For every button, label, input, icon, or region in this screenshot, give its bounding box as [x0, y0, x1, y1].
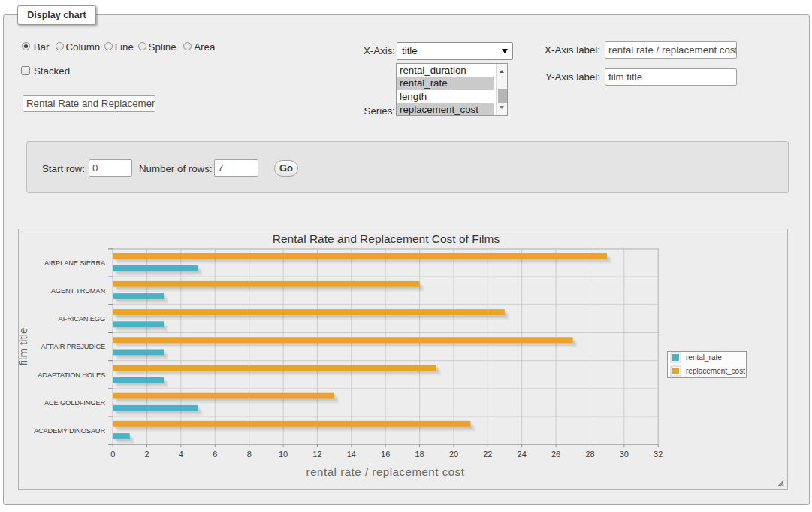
svg-text:0: 0 — [110, 450, 115, 459]
svg-text:22: 22 — [483, 450, 492, 459]
svg-text:30: 30 — [620, 450, 629, 459]
svg-text:28: 28 — [585, 450, 594, 459]
svg-text:26: 26 — [551, 450, 560, 459]
svg-text:rental rate / replacement cost: rental rate / replacement cost — [306, 465, 465, 478]
svg-text:16: 16 — [381, 450, 390, 459]
svg-text:12: 12 — [312, 450, 321, 459]
svg-text:14: 14 — [347, 450, 356, 459]
svg-text:ADAPTATION HOLES: ADAPTATION HOLES — [38, 371, 105, 379]
svg-text:AGENT TRUMAN: AGENT TRUMAN — [51, 287, 105, 295]
svg-text:ACADEMY DINOSAUR: ACADEMY DINOSAUR — [34, 427, 105, 435]
svg-text:Rental Rate and Replacement Co: Rental Rate and Replacement Cost of Film… — [273, 232, 500, 245]
svg-text:2: 2 — [145, 450, 149, 459]
svg-text:24: 24 — [518, 450, 527, 459]
svg-text:32: 32 — [654, 450, 663, 459]
svg-text:AFFAIR PREJUDICE: AFFAIR PREJUDICE — [41, 343, 105, 350]
svg-text:AFRICAN EGG: AFRICAN EGG — [59, 315, 105, 323]
svg-text:10: 10 — [279, 450, 288, 459]
svg-text:8: 8 — [247, 450, 252, 459]
svg-text:AIRPLANE SIERRA: AIRPLANE SIERRA — [44, 259, 106, 267]
svg-text:4: 4 — [179, 450, 183, 459]
svg-text:18: 18 — [415, 450, 424, 459]
svg-text:ACE GOLDFINGER: ACE GOLDFINGER — [44, 399, 106, 407]
svg-text:20: 20 — [449, 450, 458, 459]
svg-text:6: 6 — [213, 450, 217, 459]
svg-text:film title: film title — [19, 328, 29, 366]
svg-text:replacement_cost: replacement_cost — [686, 367, 745, 375]
svg-text:rental_rate: rental_rate — [686, 353, 722, 362]
